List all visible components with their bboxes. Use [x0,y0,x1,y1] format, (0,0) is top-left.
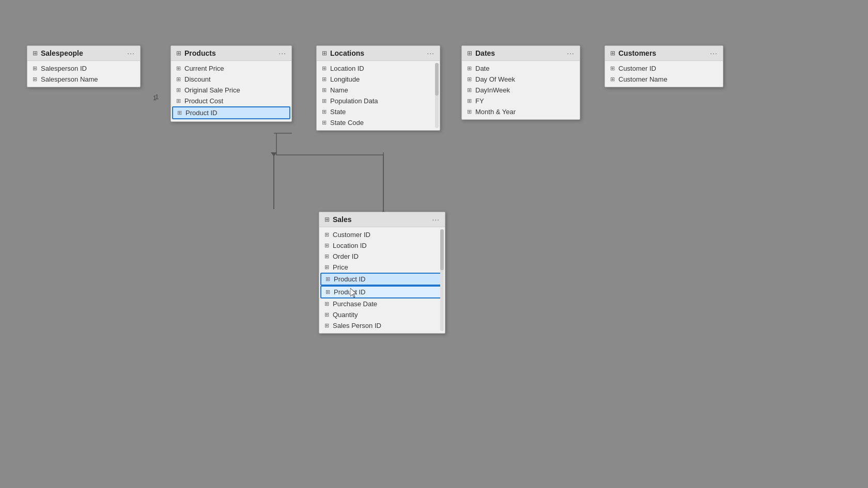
table-sales[interactable]: ⊞ Sales ··· ⊞ Customer ID ⊞ Location ID … [319,212,445,334]
field-product-cost[interactable]: ⊞ Product Cost [171,96,291,106]
table-body-dates: ⊞ Date ⊞ Day Of Week ⊞ DayInWeek ⊞ FY ⊞ … [462,61,580,119]
field-label-product-id-products: Product ID [185,109,217,117]
field-label-product-id-sales-drag: Product ID [334,288,365,296]
field-sales-person-id-sales[interactable]: ⊞ Sales Person ID [319,320,445,331]
field-icon-product-id-sales-drag: ⊞ [326,289,330,295]
field-icon-date: ⊞ [467,65,472,72]
table-title-customers: Customers [618,49,656,57]
field-label-customer-id-customers: Customer ID [618,65,656,72]
field-location-id-sales[interactable]: ⊞ Location ID [319,240,445,251]
field-price-sales[interactable]: ⊞ Price [319,262,445,273]
table-title-dates: Dates [475,49,495,57]
field-product-id-sales-drag[interactable]: ⊞ Product ID [320,286,444,298]
field-label-name: Name [330,86,348,94]
table-products[interactable]: ⊞ Products ··· ⊞ Current Price ⊞ Discoun… [171,45,292,122]
table-grid-icon: ⊞ [33,50,38,57]
field-product-id-sales-highlighted[interactable]: ⊞ Product ID [320,273,444,286]
field-purchase-date-sales[interactable]: ⊞ Purchase Date [319,298,445,309]
field-product-id-products[interactable]: ⊞ Product ID [172,106,290,119]
diagram-canvas: 1 ⊞ Salespeople ··· ⊞ Salesperson ID ⊞ S… [0,0,868,488]
field-label-current-price: Current Price [184,65,224,72]
field-day-in-week[interactable]: ⊞ DayInWeek [462,85,580,96]
field-salesperson-name[interactable]: ⊞ Salesperson Name [27,74,140,85]
field-icon-state-code: ⊞ [322,119,327,126]
table-header-products: ⊞ Products ··· [171,46,291,61]
field-longitude[interactable]: ⊞ Longitude [317,74,440,85]
field-customer-id-customers[interactable]: ⊞ Customer ID [605,63,723,74]
svg-marker-4 [271,152,277,156]
table-menu-products[interactable]: ··· [278,49,286,57]
table-grid-icon-products: ⊞ [176,50,181,57]
field-icon-location-id-sales: ⊞ [324,242,329,249]
field-icon-purchase-date-sales: ⊞ [324,301,329,307]
field-label-longitude: Longitude [330,75,360,83]
table-header-locations: ⊞ Locations ··· [317,46,440,61]
field-label-state: State [330,108,346,116]
table-menu-salespeople[interactable]: ··· [127,49,135,57]
table-body-products: ⊞ Current Price ⊞ Discount ⊞ Original Sa… [171,61,291,121]
field-icon-salesperson-id: ⊞ [33,65,37,72]
table-grid-icon-sales: ⊞ [324,216,330,223]
table-grid-icon-dates: ⊞ [467,50,472,57]
field-name[interactable]: ⊞ Name [317,85,440,96]
field-salesperson-id[interactable]: ⊞ Salesperson ID [27,63,140,74]
field-month-year[interactable]: ⊞ Month & Year [462,106,580,117]
field-icon-product-id-sales-h: ⊞ [326,276,330,282]
field-original-sale-price[interactable]: ⊞ Original Sale Price [171,85,291,96]
table-menu-locations[interactable]: ··· [427,49,435,57]
field-label-day-of-week: Day Of Week [475,75,515,83]
table-header-dates: ⊞ Dates ··· [462,46,580,61]
field-label-product-id-sales-h: Product ID [334,275,365,283]
field-order-id-sales[interactable]: ⊞ Order ID [319,251,445,262]
table-body-locations: ⊞ Location ID ⊞ Longitude ⊞ Name ⊞ Popul… [317,61,440,130]
field-label-quantity-sales: Quantity [333,311,358,319]
field-icon-day-of-week: ⊞ [467,76,472,83]
table-menu-dates[interactable]: ··· [567,49,575,57]
field-label-day-in-week: DayInWeek [475,86,510,94]
field-icon-product-id-products: ⊞ [177,109,182,116]
field-fy[interactable]: ⊞ FY [462,96,580,106]
table-menu-sales[interactable]: ··· [432,215,440,224]
field-icon-product-cost: ⊞ [176,98,181,104]
field-icon-salesperson-name: ⊞ [33,76,37,83]
field-label-location-id-sales: Location ID [333,242,367,249]
table-body-salespeople: ⊞ Salesperson ID ⊞ Salesperson Name [27,61,140,87]
field-icon-discount: ⊞ [176,76,181,83]
field-label-location-id: Location ID [330,65,364,72]
field-icon-name: ⊞ [322,87,327,93]
table-title-sales: Sales [333,215,352,224]
field-location-id[interactable]: ⊞ Location ID [317,63,440,74]
field-label-order-id-sales: Order ID [333,253,359,260]
field-label-salesperson-name: Salesperson Name [41,75,98,83]
field-customer-name[interactable]: ⊞ Customer Name [605,74,723,85]
field-state-code[interactable]: ⊞ State Code [317,117,440,128]
field-icon-price-sales: ⊞ [324,264,329,271]
field-icon-customer-id-sales: ⊞ [324,231,329,238]
table-salespeople[interactable]: ⊞ Salespeople ··· ⊞ Salesperson ID ⊞ Sal… [27,45,141,87]
field-label-date: Date [475,65,489,72]
field-quantity-sales[interactable]: ⊞ Quantity [319,309,445,320]
table-locations[interactable]: ⊞ Locations ··· ⊞ Location ID ⊞ Longitud… [316,45,440,131]
table-header-salespeople: ⊞ Salespeople ··· [27,46,140,61]
table-title-products: Products [184,49,216,57]
field-icon-location-id: ⊞ [322,65,327,72]
table-customers[interactable]: ⊞ Customers ··· ⊞ Customer ID ⊞ Customer… [605,45,723,87]
field-icon-customer-id-customers: ⊞ [610,65,615,72]
field-label-purchase-date-sales: Purchase Date [333,300,377,308]
field-icon-quantity-sales: ⊞ [324,311,329,318]
field-label-population-data: Population Data [330,97,378,105]
field-state[interactable]: ⊞ State [317,106,440,117]
field-customer-id-sales[interactable]: ⊞ Customer ID [319,229,445,240]
field-date[interactable]: ⊞ Date [462,63,580,74]
field-discount[interactable]: ⊞ Discount [171,74,291,85]
table-title-locations: Locations [330,49,364,57]
table-dates[interactable]: ⊞ Dates ··· ⊞ Date ⊞ Day Of Week ⊞ DayIn… [461,45,580,120]
field-day-of-week[interactable]: ⊞ Day Of Week [462,74,580,85]
field-label-price-sales: Price [333,263,348,271]
field-current-price[interactable]: ⊞ Current Price [171,63,291,74]
field-label-state-code: State Code [330,119,364,127]
field-population-data[interactable]: ⊞ Population Data [317,96,440,106]
field-icon-order-id-sales: ⊞ [324,253,329,260]
table-menu-customers[interactable]: ··· [710,49,718,57]
field-icon-longitude: ⊞ [322,76,327,83]
